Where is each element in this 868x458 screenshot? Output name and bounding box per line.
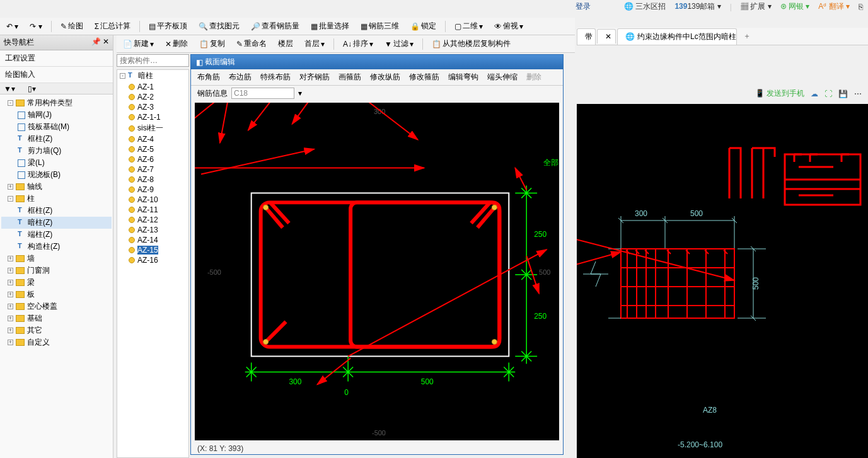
expander-icon[interactable]: - bbox=[8, 196, 13, 202]
tree-node[interactable]: +板 bbox=[1, 289, 112, 301]
component-item[interactable]: AZ-15 bbox=[117, 245, 188, 255]
component-item[interactable]: AZ-9 bbox=[117, 185, 188, 195]
dialog-titlebar[interactable]: ◧ 截面编辑 bbox=[191, 55, 563, 69]
expander-icon[interactable]: - bbox=[8, 100, 13, 106]
fullscreen-icon[interactable]: ⛶ bbox=[825, 89, 832, 98]
tree-node[interactable]: 构造柱(Z) bbox=[1, 241, 112, 253]
expander-icon[interactable]: + bbox=[8, 256, 13, 261]
component-item[interactable]: AZ-1-1 bbox=[117, 112, 188, 122]
reference-drawing[interactable]: 300 500 bbox=[577, 104, 868, 458]
section-tool-6[interactable]: 修改箍筋 bbox=[409, 72, 439, 83]
browser-link[interactable]: ⎘ bbox=[859, 3, 863, 11]
component-item[interactable]: AZ-3 bbox=[117, 102, 188, 112]
new-button[interactable]: 📄 新建 ▾ bbox=[120, 37, 156, 50]
component-item[interactable]: AZ-1 bbox=[117, 82, 188, 92]
tree-node[interactable]: +自定义 bbox=[1, 336, 112, 348]
expander-icon[interactable]: + bbox=[8, 304, 13, 309]
tree-node[interactable]: 现浇板(B) bbox=[1, 169, 112, 181]
expander-icon[interactable]: + bbox=[8, 280, 13, 285]
component-item[interactable]: AZ-14 bbox=[117, 235, 188, 245]
section-tool-3[interactable]: 对齐钢筋 bbox=[299, 72, 330, 83]
view-rebar-button[interactable]: 🔎 查看钢筋量 bbox=[248, 20, 302, 33]
send-to-phone-button[interactable]: 📱 发送到手机 bbox=[755, 88, 804, 99]
browser-link[interactable]: ⊛ 网银 ▾ bbox=[780, 1, 810, 12]
undo-button[interactable]: ↶ ▾ bbox=[4, 21, 21, 32]
tree-node[interactable]: +轴线 bbox=[1, 181, 112, 193]
expander-icon[interactable]: + bbox=[8, 328, 13, 333]
expander-icon[interactable]: - bbox=[120, 73, 125, 79]
component-item[interactable]: AZ-5 bbox=[117, 144, 188, 154]
component-item[interactable]: AZ-16 bbox=[117, 255, 188, 265]
browser-link[interactable]: ▦ 扩展 ▾ bbox=[741, 1, 772, 12]
tree-node[interactable]: +空心楼盖 bbox=[1, 301, 112, 312]
rename-button[interactable]: ✎ 重命名 bbox=[234, 37, 269, 50]
tree-node[interactable]: 筏板基础(M) bbox=[1, 121, 112, 133]
expander-icon[interactable]: + bbox=[8, 340, 13, 345]
tree-node[interactable]: 剪力墙(Q) bbox=[1, 145, 112, 157]
batch-button[interactable]: ▦ 批量选择 bbox=[308, 20, 352, 33]
component-item[interactable]: AZ-13 bbox=[117, 225, 188, 235]
component-root[interactable]: -暗柱 bbox=[117, 70, 188, 82]
section-tool-8[interactable]: 端头伸缩 bbox=[487, 72, 518, 83]
more-icon[interactable]: ⋯ bbox=[854, 89, 862, 98]
section-tool-2[interactable]: 特殊布筋 bbox=[260, 72, 291, 83]
browser-tab[interactable]: ✕ bbox=[597, 29, 616, 43]
view-button[interactable]: 👁 俯视 ▾ bbox=[492, 20, 526, 33]
tree-node[interactable]: -柱 bbox=[1, 193, 112, 205]
nav-section-settings[interactable]: 工程设置 bbox=[0, 50, 113, 67]
save-icon[interactable]: 💾 bbox=[838, 89, 848, 98]
search-input[interactable] bbox=[117, 54, 189, 67]
tree-node[interactable]: 框柱(Z) bbox=[1, 205, 112, 217]
tree-node[interactable]: 框柱(Z) bbox=[1, 133, 112, 145]
cloud-icon[interactable]: ☁ bbox=[811, 89, 818, 98]
browser-link[interactable]: 139139邮箱 ▾ bbox=[674, 1, 720, 12]
rebar3d-button[interactable]: ▦ 钢筋三维 bbox=[358, 20, 402, 33]
tree-node[interactable]: 暗柱(Z) bbox=[1, 217, 112, 229]
browser-link[interactable]: 🌐 三水区招 bbox=[624, 1, 666, 12]
ruler-marker[interactable]: ▯▾ bbox=[28, 84, 36, 93]
find-button[interactable]: 🔍 查找图元 bbox=[196, 20, 242, 33]
filter-button[interactable]: ▼ 过滤 ▾ bbox=[382, 37, 416, 50]
expander-icon[interactable]: + bbox=[8, 316, 13, 321]
sum-button[interactable]: Σ 汇总计算 bbox=[92, 20, 133, 33]
section-tool-4[interactable]: 画箍筋 bbox=[339, 72, 361, 83]
section-tool-0[interactable]: 布角筋 bbox=[197, 72, 220, 83]
browser-link[interactable]: Aᵈ 翻译 ▾ bbox=[818, 1, 850, 12]
component-item[interactable]: AZ-8 bbox=[117, 175, 188, 185]
browser-tab-active[interactable]: 🌐 约束边缘构件中Lc范围内暗柱以 bbox=[617, 28, 737, 45]
component-item[interactable]: AZ-7 bbox=[117, 164, 188, 175]
lock-button[interactable]: 🔒 锁定 bbox=[408, 20, 439, 33]
nav-tree[interactable]: -常用构件类型轴网(J)筏板基础(M)框柱(Z)剪力墙(Q)梁(L)现浇板(B)… bbox=[0, 94, 113, 458]
ruler-marker[interactable]: ▼▾ bbox=[4, 84, 15, 93]
floors-button[interactable]: 楼层 bbox=[275, 37, 296, 50]
delete-button[interactable]: ✕ 删除 bbox=[163, 37, 190, 50]
expander-icon[interactable]: + bbox=[8, 292, 13, 297]
section-tool-9[interactable]: 删除 bbox=[526, 72, 541, 83]
section-tool-7[interactable]: 编辑弯钩 bbox=[448, 72, 478, 83]
tree-node[interactable]: +其它 bbox=[1, 324, 112, 336]
new-tab-button[interactable]: ＋ bbox=[738, 30, 756, 43]
component-item[interactable]: sisi柱一 bbox=[117, 122, 188, 134]
tree-node[interactable]: 梁(L) bbox=[1, 157, 112, 169]
rebar-info-input[interactable] bbox=[231, 88, 294, 99]
tree-node[interactable]: +梁 bbox=[1, 277, 112, 289]
browser-tab[interactable]: 带 bbox=[577, 28, 596, 45]
component-item[interactable]: AZ-12 bbox=[117, 215, 188, 225]
component-tree[interactable]: -暗柱AZ-1AZ-2AZ-3AZ-1-1sisi柱一AZ-4AZ-5AZ-6A… bbox=[117, 69, 189, 458]
nav-section-draw[interactable]: 绘图输入 bbox=[0, 67, 113, 83]
component-item[interactable]: AZ-10 bbox=[117, 195, 188, 205]
copy-from-floor-button[interactable]: 📋 从其他楼层复制构件 bbox=[429, 37, 513, 50]
copy-button[interactable]: 📋 复制 bbox=[197, 37, 228, 50]
search-component[interactable] bbox=[117, 54, 189, 67]
expander-icon[interactable]: + bbox=[8, 184, 13, 190]
component-item[interactable]: AZ-11 bbox=[117, 205, 188, 215]
tree-node[interactable]: +墙 bbox=[1, 253, 112, 265]
dropdown-icon[interactable]: ▾ bbox=[298, 89, 302, 98]
tree-node[interactable]: 端柱(Z) bbox=[1, 229, 112, 241]
expander-icon[interactable]: + bbox=[8, 268, 13, 273]
pin-icon[interactable]: 📌 ✕ bbox=[91, 37, 109, 48]
section-tool-1[interactable]: 布边筋 bbox=[229, 72, 252, 83]
section-canvas[interactable]: 300 -500 500 -500 bbox=[195, 103, 559, 440]
redo-button[interactable]: ↷ ▾ bbox=[27, 21, 44, 32]
tree-node[interactable]: +基础 bbox=[1, 312, 112, 324]
